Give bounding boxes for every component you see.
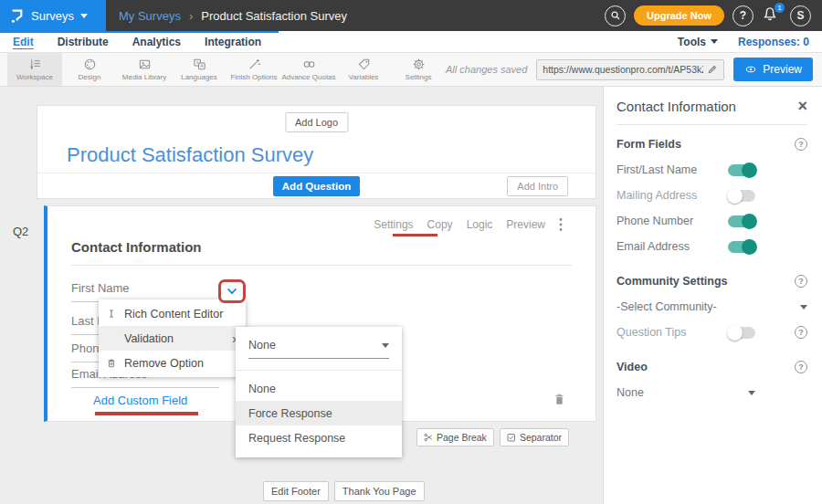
breadcrumb-my-surveys[interactable]: My Surveys — [119, 9, 181, 23]
survey-url-input[interactable]: https://www.questionpro.com/t/AP53kZgUI — [536, 59, 724, 80]
notification-badge: 1 — [775, 3, 785, 13]
toggle-label-phone-number: Phone Number — [616, 215, 728, 227]
field-context-menu: Rich Content Editor Validation › Remove … — [99, 299, 246, 377]
question-id-label: Q2 — [13, 225, 28, 238]
divider — [71, 265, 572, 266]
page-break-button[interactable]: Page Break — [416, 428, 494, 446]
toolbar-item-languages[interactable]: x A Languages — [172, 53, 227, 86]
add-logo-button[interactable]: Add Logo — [285, 112, 348, 132]
tools-menu[interactable]: Tools — [678, 36, 718, 48]
divider — [616, 124, 807, 125]
validation-panel: None None Force Response Request Respons… — [236, 327, 402, 457]
caret-down-icon — [748, 391, 755, 395]
survey-header-actions: Add Question Add Intro — [37, 173, 595, 198]
notifications-button[interactable]: 1 — [762, 5, 782, 26]
menu-item-remove-option[interactable]: Remove Option — [99, 351, 246, 375]
validation-options: None Force Response Request Response — [236, 376, 402, 450]
toolbar-item-media-library[interactable]: Media Library — [117, 53, 172, 86]
validation-option-force-response[interactable]: Force Response — [236, 401, 402, 425]
question-action-logic[interactable]: Logic — [467, 218, 493, 231]
pencil-icon[interactable] — [707, 64, 718, 75]
thank-you-page-button[interactable]: Thank You Page — [334, 481, 425, 501]
save-status: All changes saved — [446, 64, 527, 75]
question-action-settings[interactable]: Settings — [374, 218, 413, 231]
toggle-label-email-address: Email Address — [616, 240, 728, 253]
video-dropdown[interactable]: None — [616, 386, 755, 399]
help-icon[interactable]: ? — [795, 361, 807, 373]
survey-title[interactable]: Product Satisfaction Survey — [67, 143, 313, 167]
survey-footer-buttons: Edit Footer Thank You Page — [263, 481, 425, 501]
select-community-dropdown[interactable]: -Select Community- — [616, 300, 807, 313]
validation-option-request-response[interactable]: Request Response — [236, 425, 402, 450]
survey-header-card: Add Logo Product Satisfaction Survey Add… — [37, 105, 596, 199]
community-settings-heading: Community Settings — [616, 275, 728, 288]
breadcrumb-current-survey: Product Satisfaction Survey — [201, 9, 347, 23]
toggle-email-address[interactable] — [728, 241, 755, 253]
toggle-label-question-tips: Question Tips — [616, 326, 728, 339]
help-icon[interactable]: ? — [795, 138, 807, 151]
question-more-button[interactable] — [559, 217, 563, 232]
close-icon[interactable]: × — [797, 98, 807, 114]
menu-item-validation[interactable]: Validation › — [99, 326, 246, 351]
toolbar-item-advance-quotas[interactable]: Advance Quotas — [281, 53, 336, 86]
preview-button[interactable]: Preview — [733, 58, 813, 81]
separator-button[interactable]: Separator — [500, 428, 569, 446]
menu-item-rich-content-editor[interactable]: Rich Content Editor — [99, 301, 246, 326]
question-action-preview[interactable]: Preview — [506, 218, 545, 231]
tab-analytics[interactable]: Analytics — [132, 36, 181, 48]
add-question-button[interactable]: Add Question — [273, 176, 360, 196]
toggle-question-tips[interactable] — [728, 327, 755, 339]
sidebar-title: Contact Information — [616, 99, 736, 114]
product-label: Surveys — [31, 9, 74, 23]
product-switcher[interactable]: Surveys — [0, 0, 106, 31]
active-progress-bar — [0, 31, 279, 33]
tab-distribute[interactable]: Distribute — [58, 36, 109, 48]
design-icon — [83, 58, 97, 71]
scissors-icon — [424, 433, 433, 442]
add-custom-field-link[interactable]: Add Custom Field — [93, 394, 187, 407]
validation-option-none[interactable]: None — [236, 376, 402, 401]
validation-select[interactable]: None — [248, 339, 389, 359]
responses-count: Responses: 0 — [738, 36, 809, 48]
eye-icon — [744, 64, 757, 75]
add-intro-button[interactable]: Add Intro — [507, 176, 568, 196]
tab-edit[interactable]: Edit — [13, 36, 34, 48]
topbar-actions: Upgrade Now ? 1 S — [605, 0, 822, 31]
toggle-phone-number[interactable] — [728, 215, 755, 227]
finish-options-icon — [248, 58, 261, 71]
tools-label: Tools — [678, 36, 706, 48]
toolbar-item-settings[interactable]: Settings — [391, 53, 446, 86]
toolbar-item-workspace[interactable]: Workspace — [7, 53, 62, 86]
chevron-down-icon — [711, 39, 718, 44]
annotation-underline-settings — [393, 234, 437, 236]
help-icon[interactable]: ? — [795, 275, 807, 288]
variables-icon — [357, 58, 371, 71]
insert-element-buttons: Page Break Separator — [416, 428, 569, 446]
nav-right: Tools Responses: 0 — [678, 36, 809, 48]
edit-footer-button[interactable]: Edit Footer — [263, 481, 329, 501]
search-button[interactable] — [605, 5, 626, 26]
questionpro-logo-icon — [9, 8, 25, 24]
languages-icon: x A — [193, 58, 206, 71]
toggle-first-last-name[interactable] — [728, 164, 755, 176]
question-action-copy[interactable]: Copy — [427, 218, 453, 231]
toolbar-item-finish-options[interactable]: Finish Options — [227, 53, 281, 86]
trash-icon — [99, 357, 124, 369]
settings-icon — [412, 58, 426, 71]
help-button[interactable]: ? — [732, 5, 754, 26]
tab-integration[interactable]: Integration — [205, 36, 261, 48]
toggle-mailing-address[interactable] — [728, 190, 755, 202]
question-title[interactable]: Contact Information — [71, 239, 202, 255]
breadcrumb-separator: › — [189, 9, 193, 23]
avatar[interactable]: S — [790, 5, 811, 26]
field-options-dropdown-button[interactable] — [218, 279, 246, 303]
toolbar-item-variables[interactable]: Variables — [336, 53, 391, 86]
upgrade-now-button[interactable]: Upgrade Now — [634, 5, 724, 26]
delete-question-button[interactable] — [553, 392, 566, 410]
trash-icon — [553, 392, 566, 406]
workspace-icon — [28, 58, 42, 71]
search-icon — [610, 10, 621, 21]
toolbar-item-design[interactable]: Design — [62, 53, 117, 86]
help-icon[interactable]: ? — [795, 326, 807, 339]
text-cursor-icon — [99, 308, 124, 320]
